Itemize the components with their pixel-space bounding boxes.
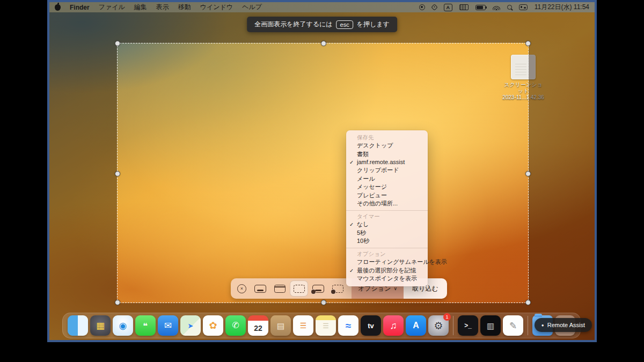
menu-item-messages[interactable]: メッセージ <box>346 183 428 191</box>
selection-handle[interactable] <box>525 171 531 176</box>
menu-item-file[interactable]: ファイル <box>99 3 125 12</box>
dock-appstore-icon[interactable]: A <box>406 315 426 336</box>
dock-settings-icon[interactable]: ⚙1 <box>428 315 449 336</box>
menu-item-mail[interactable]: メール <box>346 175 428 183</box>
selection-handle[interactable] <box>321 41 326 46</box>
selection-handle[interactable] <box>115 41 120 46</box>
selection-handle[interactable] <box>115 300 120 305</box>
menu-header-timer: タイマー <box>346 213 428 220</box>
menu-bar: Finder ファイル 編集 表示 移動 ウインドウ ヘルプ A 11月22日(… <box>49 2 595 12</box>
menu-item-label: jamf.remote.assist <box>357 159 405 165</box>
dock-mail-icon[interactable]: ✉ <box>158 315 178 336</box>
check-icon: ✓ <box>349 159 356 165</box>
record-entire-screen-icon[interactable] <box>309 280 327 297</box>
spotlight-search-icon[interactable] <box>507 5 512 10</box>
input-source-icon[interactable]: A <box>444 4 452 11</box>
dock-facetime-icon[interactable]: ✆ <box>225 315 246 336</box>
menu-item-view[interactable]: 表示 <box>156 3 169 12</box>
menu-item-label: なし <box>357 220 369 228</box>
keyboard-icon[interactable] <box>459 4 469 10</box>
battery-icon[interactable] <box>475 5 486 10</box>
record-selection-icon[interactable] <box>328 280 347 297</box>
selection-shape <box>294 285 305 293</box>
check-icon: ✓ <box>349 221 356 227</box>
menu-item-jamf-remote-assist[interactable]: ✓jamf.remote.assist <box>346 158 428 166</box>
menu-item-go[interactable]: 移動 <box>178 3 191 12</box>
notes-glyph: ☰ <box>323 322 329 329</box>
freeform-glyph: ≈ <box>346 321 351 331</box>
apple-menu-icon[interactable] <box>55 4 61 11</box>
menu-item-floating-thumbnail[interactable]: フローティングサムネールを表示 <box>346 258 428 266</box>
menu-item-documents[interactable]: 書類 <box>346 150 428 158</box>
launchpad-glyph: ▦ <box>96 321 105 330</box>
menu-item-desktop[interactable]: デスクトップ <box>346 142 428 150</box>
remote-assist-pill[interactable]: ● Remote Assist <box>535 318 592 332</box>
menu-item-remember-selection[interactable]: ✓最後の選択部分を記憶 <box>346 267 428 275</box>
photos-glyph: ✿ <box>209 321 217 330</box>
menu-item-other-location[interactable]: その他の場所... <box>346 200 428 208</box>
selection-handle[interactable] <box>525 300 531 305</box>
menu-item-preview[interactable]: プレビュー <box>346 191 428 199</box>
dock-finder-icon[interactable] <box>68 315 88 336</box>
wifi-icon[interactable] <box>493 5 500 10</box>
dock-safari-icon[interactable]: ◉ <box>113 315 133 336</box>
menu-item-show-pointer[interactable]: マウスポインタを表示 <box>346 275 428 283</box>
capture-selection-icon[interactable] <box>290 280 308 297</box>
record-selection-shape <box>332 285 343 293</box>
calendar-glyph: 22 <box>254 324 262 332</box>
screen-recording-indicator-icon[interactable] <box>419 4 425 10</box>
screen-shape <box>254 285 266 293</box>
dock-reminders-icon[interactable]: ☰ <box>293 315 313 336</box>
dock-contacts-icon[interactable]: ▤ <box>270 315 291 336</box>
dock-calendar-icon[interactable]: 22 <box>248 315 268 336</box>
menu-item-finder[interactable]: Finder <box>70 4 90 11</box>
menu-item-timer-5s[interactable]: 5秒 <box>346 229 428 237</box>
menu-bar-clock[interactable]: 11月22日(水) 11:54 <box>535 3 589 12</box>
selection-handle[interactable] <box>525 41 531 46</box>
menu-separator <box>346 210 428 211</box>
dock-appletv-icon[interactable]: tv <box>361 315 381 336</box>
options-popup-menu: 保存先 デスクトップ 書類 ✓jamf.remote.assist クリップボー… <box>346 130 428 286</box>
control-center-icon[interactable] <box>519 4 528 10</box>
menu-item-timer-none[interactable]: ✓なし <box>346 220 428 228</box>
terminal-glyph: >_ <box>464 322 472 329</box>
menu-item-label: 10秒 <box>357 237 369 245</box>
dock-separator-2 <box>528 316 528 335</box>
menu-item-help[interactable]: ヘルプ <box>242 3 262 12</box>
mail-glyph: ✉ <box>164 321 172 330</box>
menu-item-window[interactable]: ウインドウ <box>200 3 233 12</box>
dock-launchpad-icon[interactable]: ▦ <box>90 315 111 336</box>
dock-terminal-icon[interactable]: >_ <box>458 315 478 336</box>
remote-assist-label: Remote Assist <box>547 322 585 328</box>
dock-textedit-icon[interactable]: ✎ <box>503 315 523 336</box>
dock-notes-icon[interactable]: ☰ <box>316 315 336 336</box>
messages-glyph: ❝ <box>143 322 148 330</box>
menu-header-options: オプション <box>346 250 428 258</box>
capture-window-icon[interactable] <box>270 280 289 297</box>
capture-selection-region[interactable] <box>117 43 529 303</box>
menu-item-clipboard[interactable]: クリップボード <box>346 166 428 174</box>
menu-bar-left: Finder ファイル 編集 表示 移動 ウインドウ ヘルプ <box>55 3 262 12</box>
notification-badge: 1 <box>443 313 451 321</box>
dock-maps-icon[interactable]: ➤ <box>180 315 201 336</box>
reminders-glyph: ☰ <box>300 322 307 329</box>
banner-text-prefix: 全画面表示を終了するには <box>254 20 332 29</box>
dock-music-icon[interactable]: ♫ <box>383 315 404 336</box>
menu-bar-status-area: A 11月22日(水) 11:54 <box>419 3 589 12</box>
close-button[interactable]: × <box>237 284 246 293</box>
maps-glyph: ➤ <box>188 322 194 329</box>
menu-item-label: メッセージ <box>357 183 387 191</box>
menu-item-label: 最後の選択部分を記憶 <box>357 267 416 275</box>
selection-handle[interactable] <box>115 171 120 176</box>
menu-item-label: マウスポインタを表示 <box>357 275 417 283</box>
dock-freeform-icon[interactable]: ≈ <box>338 315 358 336</box>
menu-item-timer-10s[interactable]: 10秒 <box>346 237 428 245</box>
dock-photos-icon[interactable]: ✿ <box>203 315 223 336</box>
selection-handle[interactable] <box>321 300 326 305</box>
menu-item-edit[interactable]: 編集 <box>134 3 147 12</box>
dock-utility-icon[interactable]: ▥ <box>480 315 501 336</box>
jamf-icon[interactable] <box>431 4 438 11</box>
music-glyph: ♫ <box>390 321 397 330</box>
capture-entire-screen-icon[interactable] <box>251 280 269 297</box>
dock-messages-icon[interactable]: ❝ <box>135 315 156 336</box>
